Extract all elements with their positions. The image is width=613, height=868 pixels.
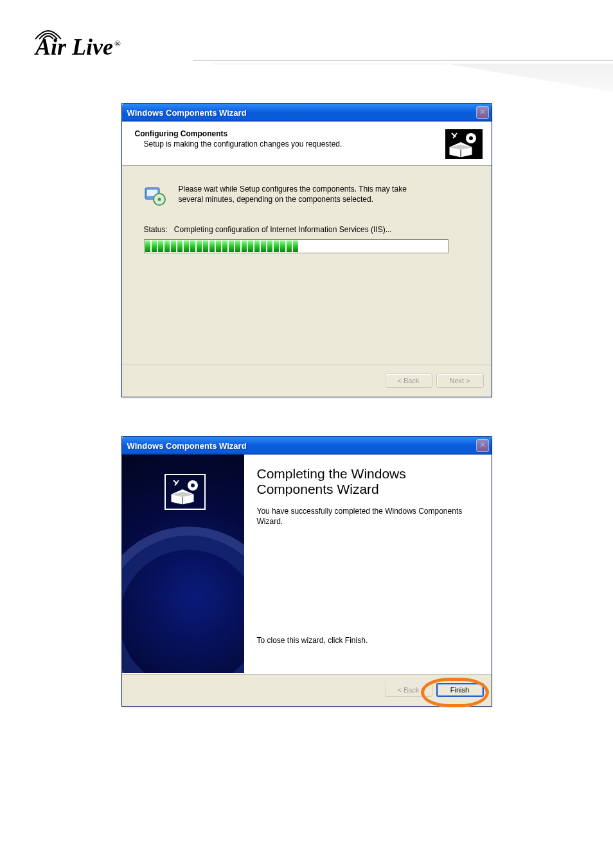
logo-reg: ® [114,39,121,48]
svg-point-2 [469,136,473,140]
status-value: Completing configuration of Internet Inf… [174,225,392,234]
progress-bar [144,239,449,253]
svg-point-6 [157,198,161,201]
close-icon[interactable]: ✕ [476,439,489,452]
dialog-header-band: Configuring Components Setup is making t… [122,122,492,166]
finish-button[interactable]: Finish [436,683,484,697]
components-box-icon [168,478,202,506]
components-box-icon [445,129,483,159]
back-button: < Back [385,374,432,388]
page-header: Air Live® [0,0,613,90]
window-title: Windows Components Wizard [127,108,247,118]
dialog-content: Please wait while Setup configures the c… [122,166,492,364]
close-hint: To close this wizard, click Finish. [257,636,479,645]
wizard-side-graphic [122,455,244,673]
status-label: Status: [144,225,168,234]
svg-point-8 [191,484,195,487]
titlebar[interactable]: Windows Components Wizard ✕ [122,437,492,455]
header-decor [193,55,613,87]
wait-message: Please wait while Setup configures the c… [179,184,423,204]
next-button: Next > [436,374,484,388]
close-icon[interactable]: ✕ [476,106,489,119]
titlebar[interactable]: Windows Components Wizard ✕ [122,104,492,122]
window-title: Windows Components Wizard [127,441,247,451]
setup-progress-icon [144,184,167,207]
completion-heading: Completing the Windows Components Wizard [257,466,479,497]
completion-body: Completing the Windows Components Wizard… [122,455,492,673]
header-subtitle: Setup is making the configuration change… [144,140,342,149]
back-button: < Back [385,683,432,697]
airlive-logo: Air Live® [35,35,121,59]
wifi-arc-icon [34,26,62,42]
completion-body-text: You have successfully completed the Wind… [257,506,479,527]
header-title: Configuring Components [135,129,342,138]
button-row: < Back Finish [122,673,492,706]
button-row: < Back Next > [122,364,492,397]
wizard-dialog-complete: Windows Components Wizard ✕ Completing t… [121,436,492,707]
wizard-dialog-configuring: Windows Components Wizard ✕ Configuring … [121,103,492,397]
